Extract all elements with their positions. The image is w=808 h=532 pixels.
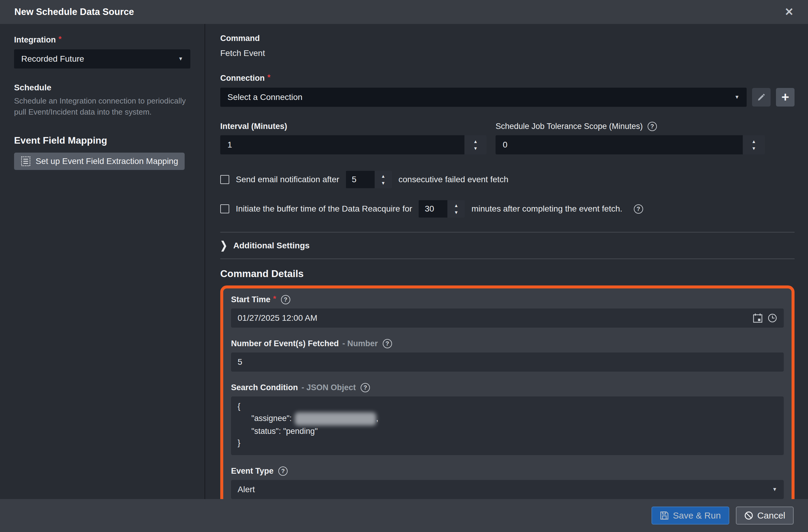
event-type-label: Event Type (231, 466, 274, 476)
buffer-time-checkbox[interactable] (220, 204, 229, 213)
buffer-suffix: minutes after completing the event fetch… (471, 204, 622, 214)
json-line-close: } (238, 437, 777, 449)
buffer-prefix: Initiate the buffer time of the Data Rea… (236, 204, 412, 214)
cancel-button[interactable]: Cancel (736, 507, 794, 525)
add-connection-button[interactable]: + (776, 88, 794, 107)
event-type-value: Alert (238, 485, 255, 494)
interval-stepper[interactable]: ▲▼ (464, 135, 486, 154)
tolerance-input[interactable]: 0 (496, 135, 743, 154)
pencil-icon (756, 92, 766, 102)
arrow-up-icon: ▲ (474, 139, 478, 144)
command-details-heading: Command Details (220, 268, 794, 279)
connection-select[interactable]: Select a Connection ▼ (220, 88, 747, 107)
buffer-minutes-input[interactable]: 30 (419, 200, 447, 218)
clock-icon[interactable] (768, 313, 777, 323)
close-icon[interactable]: ✕ (785, 6, 794, 17)
event-type-select[interactable]: Alert ▼ (231, 480, 784, 499)
help-icon[interactable]: ? (281, 295, 290, 304)
events-fetched-input[interactable]: 5 (231, 352, 784, 372)
json-line-open: { (238, 401, 777, 412)
additional-settings-toggle[interactable]: ❯ Additional Settings (220, 232, 794, 259)
modal-body: Integration * Recorded Future ▼ Schedule… (0, 24, 808, 499)
save-and-run-label: Save & Run (673, 511, 721, 521)
edit-connection-button[interactable] (752, 88, 771, 107)
new-schedule-data-source-modal: New Schedule Data Source ✕ Integration *… (0, 0, 808, 532)
email-notification-prefix: Send email notification after (236, 175, 339, 184)
integration-label: Integration (14, 35, 56, 44)
email-count-stepper[interactable]: ▲▼ (375, 171, 392, 188)
arrow-up-icon: ▲ (454, 203, 458, 208)
email-notification-suffix: consecutive failed event fetch (399, 175, 509, 184)
buffer-minutes-stepper[interactable]: ▲▼ (447, 200, 465, 218)
chevron-down-icon: ▼ (772, 487, 777, 493)
cancel-label: Cancel (757, 511, 785, 521)
start-time-value: 01/27/2025 12:00 AM (238, 313, 317, 323)
arrow-down-icon: ▼ (474, 146, 478, 150)
required-asterisk: * (273, 294, 276, 304)
required-asterisk: * (268, 73, 271, 82)
save-and-run-button[interactable]: Save & Run (651, 507, 729, 525)
help-icon[interactable]: ? (383, 339, 392, 348)
start-time-input[interactable]: 01/27/2025 12:00 AM (231, 309, 784, 328)
schedule-heading: Schedule (14, 83, 190, 92)
integration-select[interactable]: Recorded Future ▼ (14, 49, 190, 69)
setup-field-extraction-mapping-button[interactable]: Set up Event Field Extraction Mapping (14, 152, 185, 170)
schedule-description: Schedule an Integration connection to pe… (14, 95, 190, 117)
chevron-down-icon: ▼ (734, 94, 739, 100)
tolerance-stepper[interactable]: ▲▼ (743, 135, 765, 154)
search-condition-label: Search Condition (231, 383, 298, 392)
chevron-down-icon: ▼ (178, 56, 183, 62)
connection-label: Connection (220, 74, 265, 83)
arrow-up-icon: ▲ (381, 174, 385, 178)
interval-label: Interval (Minutes) (220, 122, 486, 131)
arrow-up-icon: ▲ (752, 139, 756, 144)
form-panel: Command Fetch Event Connection * Select … (205, 24, 808, 499)
command-value: Fetch Event (220, 49, 794, 58)
arrow-down-icon: ▼ (752, 146, 756, 150)
required-asterisk: * (59, 34, 62, 44)
email-notification-checkbox[interactable] (220, 175, 229, 184)
help-icon[interactable]: ? (634, 204, 643, 214)
integration-value: Recorded Future (21, 54, 84, 64)
connection-value: Select a Connection (227, 92, 302, 102)
arrow-down-icon: ▼ (381, 181, 385, 185)
additional-settings-label: Additional Settings (233, 241, 309, 251)
email-count-input[interactable]: 5 (346, 171, 375, 188)
json-line-assignee: "assignee":, (238, 412, 777, 425)
modal-title: New Schedule Data Source (14, 6, 134, 17)
event-field-mapping-heading: Event Field Mapping (14, 135, 190, 146)
tolerance-label: Schedule Job Tolerance Scope (Minutes) (496, 122, 643, 131)
arrow-down-icon: ▼ (454, 210, 458, 215)
modal-footer: Save & Run Cancel (0, 499, 808, 532)
mapping-button-label: Set up Event Field Extraction Mapping (36, 157, 178, 166)
start-time-label: Start Time (231, 295, 271, 304)
command-label: Command (220, 34, 794, 43)
json-line-status: "status": "pending" (238, 425, 777, 437)
save-icon (660, 511, 669, 520)
cancel-icon (744, 511, 753, 520)
calendar-icon[interactable] (753, 313, 763, 323)
redacted-assignee-value (295, 412, 376, 425)
events-fetched-label: Number of Event(s) Fetched (231, 339, 339, 348)
help-icon[interactable]: ? (361, 383, 370, 392)
chevron-right-icon: ❯ (220, 239, 227, 252)
command-details-highlight-box: Start Time * ? 01/27/2025 12:00 AM (220, 286, 794, 511)
help-icon[interactable]: ? (648, 122, 657, 131)
help-icon[interactable]: ? (278, 466, 288, 476)
search-condition-type: - JSON Object (302, 383, 356, 392)
modal-header: New Schedule Data Source ✕ (0, 0, 808, 24)
search-condition-textarea[interactable]: { "assignee":, "status": "pending" } (231, 397, 784, 455)
left-panel: Integration * Recorded Future ▼ Schedule… (0, 24, 204, 499)
events-fetched-type: - Number (342, 339, 378, 348)
mapping-table-icon (21, 156, 31, 166)
interval-input[interactable]: 1 (220, 135, 464, 154)
